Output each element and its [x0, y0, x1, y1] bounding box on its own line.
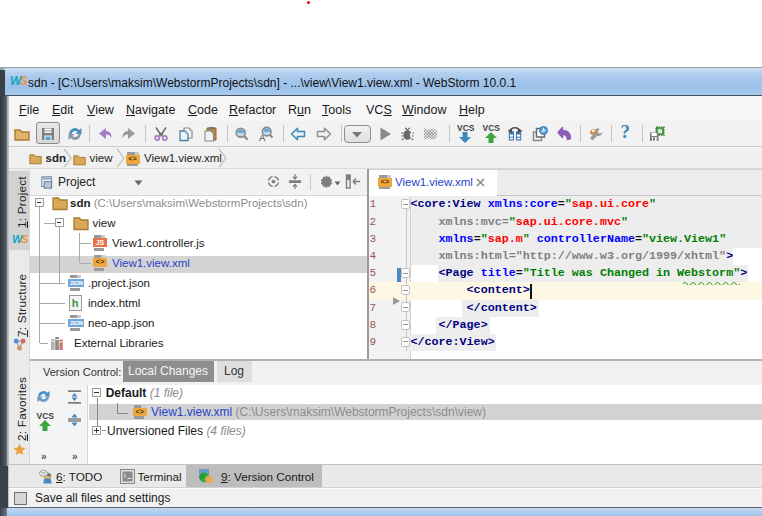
svg-text:A: A	[259, 132, 266, 143]
